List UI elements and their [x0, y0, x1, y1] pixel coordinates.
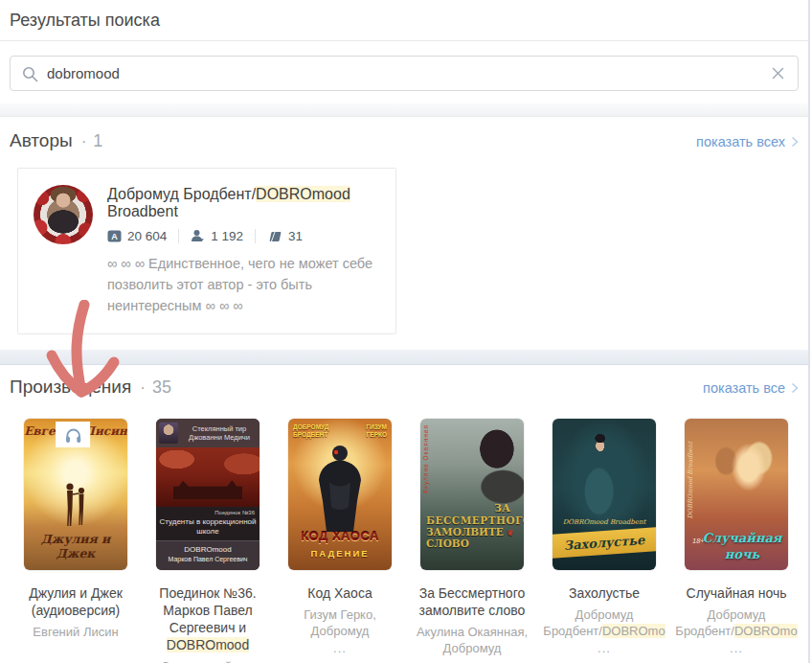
- search-match-highlight: DOBROmo: [734, 624, 798, 638]
- clear-search-button[interactable]: [770, 66, 786, 82]
- work-authors[interactable]: Евгений Лисин: [11, 624, 140, 640]
- books-icon: [267, 230, 282, 243]
- cover-art: [156, 447, 259, 507]
- search-row: [0, 41, 808, 103]
- search-match-highlight: DOBROmood: [167, 637, 249, 652]
- close-icon: [771, 66, 785, 80]
- headphones-icon: [64, 426, 82, 444]
- search-box: [10, 56, 799, 91]
- cover-number-text: Поединок №36: [156, 507, 259, 515]
- house-silhouette: [173, 478, 242, 499]
- cover-author-text: Акулина Окаянная: [422, 424, 429, 493]
- author-bio: ∞ ∞ ∞ Единственное, чего не может себе п…: [107, 253, 380, 316]
- work-card: Евгений Лисин: [10, 419, 142, 663]
- cover-header-text: Стеклянный тир Джованни Медичи: [182, 424, 257, 442]
- cover-title-text: Захолустье: [563, 533, 645, 553]
- cyborg-silhouette: [310, 444, 370, 536]
- page-header: Результаты поиска: [0, 0, 808, 41]
- cover-author-text: ГИЗУМ ГЕРКО: [350, 423, 387, 439]
- work-caption: Поединок №36. Марков Павел Сергеевич и D…: [144, 584, 272, 663]
- cover-subtitle-text: ПАДЕНИЕ: [288, 548, 392, 559]
- chevron-right-icon: [791, 382, 799, 394]
- work-title[interactable]: Код Хаоса: [276, 584, 404, 602]
- page-title: Результаты поиска: [10, 11, 799, 31]
- work-caption: Захолустье Добромуд Бродбент/DOBROmo ...: [540, 584, 668, 655]
- work-authors[interactable]: Стеклянный тир Джованни Медичи: [144, 658, 272, 663]
- work-caption: Джулия и Джек (аудиоверсия) Евгений Лиси…: [11, 584, 140, 640]
- authors-section: Авторы·1 показать всех Добромуд Бродбент…: [0, 117, 808, 334]
- svg-text:A: A: [111, 232, 118, 241]
- search-icon: [22, 66, 38, 82]
- work-title[interactable]: Захолустье: [540, 584, 668, 602]
- work-authors[interactable]: Добромуд Бродбент/DOBROmo: [672, 606, 801, 639]
- stat-followers: 1 192: [191, 229, 243, 243]
- search-input[interactable]: [11, 57, 798, 90]
- work-authors[interactable]: Добромуд Бродбент/DOBROmo: [540, 606, 668, 639]
- book-cover[interactable]: Стеклянный тир Джованни Медичи Поединок …: [156, 419, 259, 570]
- cover-author-text: DOBROmood Broadbent: [553, 518, 656, 526]
- author-stats: A 20 604 1 192 31: [107, 229, 380, 243]
- author-card[interactable]: Добромуд Бродбент/DOBROmood Broadbent A …: [17, 168, 396, 334]
- cover-author-text: DOBROmood Broadbent: [687, 442, 694, 518]
- authors-ellipsis: ...: [276, 641, 404, 655]
- audiobook-badge: [56, 422, 90, 447]
- work-card: Стеклянный тир Джованни Медичи Поединок …: [142, 419, 274, 663]
- works-grid: Евгений Лисин: [10, 419, 799, 663]
- stat-value: 1 192: [211, 229, 243, 243]
- author-letters-icon: A: [107, 229, 122, 243]
- show-all-authors-link[interactable]: показать всех: [696, 134, 799, 149]
- cover-title-text: ЗА БЕССМЕРТНОГО ЗАМОЛВИТЕ ❦ СЛОВО: [426, 502, 520, 549]
- work-authors[interactable]: Гизум Герко, Добромуд: [276, 606, 404, 639]
- work-card: ДОБРОМУД БРОДБЕНТ ГИЗУМ ГЕРКО КОД ХАОСА …: [274, 419, 406, 663]
- work-title[interactable]: Случайная ночь: [672, 584, 801, 602]
- work-title[interactable]: Джулия и Джек (аудиоверсия): [11, 584, 140, 619]
- book-cover[interactable]: DOBROmood Broadbent 18+ Случайная ночь: [685, 419, 788, 570]
- section-divider: [0, 350, 808, 365]
- work-card: DOBROmood Broadbent Захолустье Захолусть…: [538, 419, 670, 663]
- cover-author-text: Марков Павел Сергеевич: [156, 556, 259, 562]
- work-caption: За Бессмертного замолвите слово Акулина …: [408, 584, 536, 663]
- cover-title-text: КОД ХАОСА: [288, 529, 392, 543]
- authors-ellipsis: ...: [408, 658, 536, 663]
- work-caption: Код Хаоса Гизум Герко, Добромуд ...: [276, 584, 404, 655]
- work-caption: Случайная ночь Добромуд Бродбент/DOBROmo…: [672, 584, 801, 655]
- authors-section-head: Авторы·1 показать всех: [10, 130, 799, 151]
- author-info: Добромуд Бродбент/DOBROmood Broadbent A …: [107, 185, 380, 316]
- book-cover[interactable]: DOBROmood Broadbent Захолустье: [553, 419, 656, 570]
- work-title[interactable]: За Бессмертного замолвите слово: [408, 584, 536, 619]
- cover-portrait-thumb: [159, 423, 178, 444]
- works-section: Произведения·35 показать все Евгений Лис…: [0, 365, 808, 663]
- chevron-right-icon: [791, 136, 799, 148]
- authors-ellipsis: ...: [540, 641, 668, 655]
- section-divider: [0, 103, 808, 117]
- work-authors[interactable]: Акулина Окаянная, Добромуд: [408, 624, 536, 656]
- cover-title-text: Джулия и Джек: [24, 532, 127, 560]
- works-count: 35: [152, 377, 171, 397]
- author-name[interactable]: Добромуд Бродбент/DOBROmood Broadbent: [107, 186, 380, 220]
- followers-icon: [191, 229, 205, 243]
- search-match-highlight: DOBROmood: [256, 186, 350, 202]
- work-title[interactable]: Поединок №36. Марков Павел Сергеевич и D…: [144, 584, 272, 653]
- book-cover[interactable]: Акулина Окаянная ЗА БЕССМЕРТНОГО ЗАМОЛВИ…: [420, 419, 524, 570]
- cover-title-text: Случайная ночь: [685, 530, 788, 562]
- show-all-works-link[interactable]: показать все: [703, 380, 799, 396]
- cover-author-text: ДОБРОМУД БРОДБЕНТ: [293, 423, 329, 439]
- works-section-head: Произведения·35 показать все: [10, 377, 799, 398]
- book-cover[interactable]: Евгений Лисин: [24, 419, 127, 570]
- cover-subtitle-text: Студенты в коррекционной школе: [156, 515, 259, 541]
- bird-glyph: ❦: [507, 528, 513, 537]
- works-heading: Произведения·35: [10, 377, 171, 398]
- book-cover[interactable]: ДОБРОМУД БРОДБЕНТ ГИЗУМ ГЕРКО КОД ХАОСА …: [288, 419, 392, 570]
- search-results-page: Результаты поиска Авторы·1 показать всех: [0, 0, 810, 663]
- cover-author-text: DOBROmood: [156, 545, 259, 554]
- stat-value: 20 604: [127, 229, 167, 243]
- stat-books: 31: [267, 229, 303, 243]
- couple-silhouette: [56, 482, 95, 530]
- work-card: DOBROmood Broadbent 18+ Случайная ночь С…: [670, 419, 802, 663]
- title-banner: Захолустье: [553, 527, 656, 559]
- authors-count: 1: [93, 131, 102, 150]
- work-card: Акулина Окаянная ЗА БЕССМЕРТНОГО ЗАМОЛВИ…: [406, 419, 538, 663]
- search-match-highlight: DOBROmo: [602, 624, 665, 638]
- avatar[interactable]: [34, 185, 93, 244]
- authors-heading: Авторы·1: [10, 130, 102, 151]
